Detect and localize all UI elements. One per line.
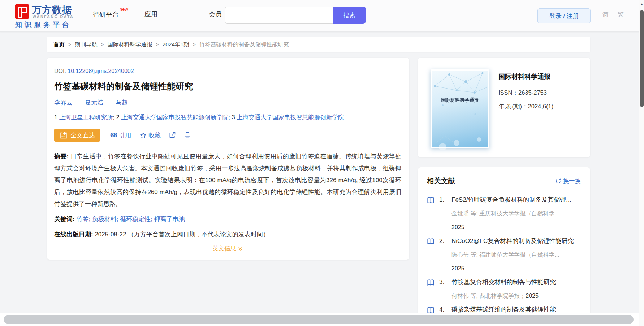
doi-row: DOI: 10.12208/j.ijms.20240002 — [54, 67, 401, 76]
related-item-source: 陈心莹 等; 福建师范大学学报（自然科学... — [451, 248, 581, 262]
brand-name-en: WANFANG DATA — [33, 14, 74, 19]
related-item-year: 2025 — [451, 220, 581, 234]
journal-cover[interactable]: 国际材料科学通报 — [431, 69, 489, 148]
favorite-button[interactable]: 收藏 — [140, 131, 161, 140]
nav-member[interactable]: 会员 — [209, 10, 222, 18]
quote-icon: 66 — [110, 131, 117, 139]
keyword-link[interactable]: 锂离子电池 — [154, 216, 185, 223]
brand-tagline: 知识服务平台 — [15, 20, 72, 30]
abstract-text: 日常生活中，竹签在餐饮行业中随处可见且使用量庞大，如何合理利用使用后的废旧竹签迫… — [54, 153, 401, 207]
print-button[interactable] — [184, 132, 191, 139]
keyword-link[interactable]: 竹签 — [76, 216, 92, 223]
doi-link[interactable]: 10.12208/j.ijms.20240002 — [68, 68, 134, 74]
affiliation: 2.上海交通大学国家电投智慧能源创新学院 — [116, 114, 232, 120]
favorite-label: 收藏 — [148, 131, 161, 140]
double-chevron-down-icon — [238, 246, 243, 252]
book-icon — [427, 275, 436, 288]
volume-value: 2024,6(1) — [528, 103, 554, 110]
affiliation-link[interactable]: 上海交通大学国家电投智慧能源创新学院 — [121, 114, 228, 120]
related-header: 相关文献 换一换 — [427, 176, 581, 186]
scroll-up-arrow-icon[interactable]: ▲ — [639, 2, 644, 6]
journal-volume: 年,卷(期)：2024,6(1) — [498, 103, 553, 111]
share-button[interactable] — [169, 132, 176, 139]
related-item: 3. 竹筷基复合相变材料的制备与性能研究 何林韩 等; 西北林学院学报；2025 — [427, 275, 581, 303]
fulltext-button[interactable]: free 全文直达 — [54, 129, 100, 142]
pubdate-row: 在线出版日期: 2025-08-22 （万方平台首次上网日期，不代表论文的发表时… — [54, 228, 401, 240]
affiliation-number: 1. — [54, 114, 59, 120]
lang-simplified[interactable]: 简 — [602, 10, 609, 19]
login-register-button[interactable]: 登录 / 注册 — [537, 8, 591, 23]
related-list: 1. FeS2/竹叶碳复合负极材料的制备及其储锂... 金姚瑶 等; 重庆科技大… — [427, 193, 581, 317]
article-title: 竹签基碳材料的制备及储锂性能研究 — [54, 80, 401, 93]
related-item-source: 何林韩 等; 西北林学院学报；2025 — [451, 289, 581, 303]
journal-card: 国际材料科学通报 国际材料科学通报 ISSN：2635-2753 年,卷(期)：… — [418, 58, 590, 157]
book-icon — [427, 193, 436, 205]
affiliation: 1.上海卫星工程研究所 — [54, 114, 116, 120]
related-item: 2. NiCoO2@FC复合材料的制备及储锂性能研究 陈心莹 等; 福建师范大学… — [427, 234, 581, 275]
language-switch: 简 繁 — [602, 10, 624, 19]
issn-label: ISSN： — [498, 89, 518, 96]
nav-applications[interactable]: 应用 — [144, 10, 157, 18]
nav-zhiyan-platform[interactable]: 智研平台new — [93, 10, 128, 19]
vertical-scrollbar-thumb[interactable] — [640, 10, 644, 107]
english-info-toggle[interactable]: 英文信息 — [54, 245, 401, 253]
article-actions: free 全文直达 66 引用 收藏 — [54, 129, 401, 142]
breadcrumb-separator: > — [101, 42, 104, 47]
search-button[interactable]: 搜索 — [333, 7, 366, 24]
related-literature-card: 相关文献 换一换 1. FeS2/竹叶碳复合负极材料的制备及其储锂... 金姚瑶… — [418, 167, 590, 326]
wanfang-logo[interactable]: 万方数据 WANFANG DATA 知识服务平台 — [15, 4, 87, 29]
abstract: 摘要: 日常生活中，竹签在餐饮行业中随处可见且使用量庞大，如何合理利用使用后的废… — [54, 150, 401, 210]
affiliation-link[interactable]: 上海卫星工程研究所 — [59, 114, 113, 120]
doi-label: DOI: — [54, 68, 66, 74]
pubdate-note: （万方平台首次上网日期，不代表论文的发表时间） — [128, 231, 269, 238]
breadcrumb-separator: > — [68, 42, 71, 47]
breadcrumb-journal[interactable]: 国际材料科学通报 — [107, 41, 152, 48]
page: 万方数据 WANFANG DATA 知识服务平台 智研平台new 应用 会员 搜… — [0, 0, 644, 326]
refresh-related-button[interactable]: 换一换 — [555, 177, 581, 185]
keyword-link[interactable]: 负极材料 — [92, 216, 120, 223]
related-item-number: 3. — [439, 275, 451, 289]
pubdate-value: 2025-08-22 — [95, 231, 126, 238]
new-badge: new — [120, 7, 128, 12]
nav-zhiyan-label: 智研平台 — [93, 11, 119, 18]
journal-title-link[interactable]: 国际材料科学通报 — [498, 72, 553, 81]
horizontal-scrollbar[interactable] — [0, 313, 644, 326]
related-item-year: 2025 — [526, 293, 539, 299]
horizontal-scrollbar-thumb[interactable] — [4, 315, 634, 324]
keywords-label: 关键词: — [54, 216, 75, 223]
search-input[interactable] — [225, 7, 333, 24]
breadcrumb-issue[interactable]: 2024年1期 — [163, 41, 189, 48]
volume-label: 年,卷(期)： — [498, 103, 528, 110]
breadcrumb-separator: > — [193, 42, 196, 47]
keywords-row: 关键词: 竹签负极材料循环稳定性锂离子电池 — [54, 213, 401, 225]
svg-text:free: free — [61, 136, 65, 138]
related-item-title[interactable]: 竹筷基复合相变材料的制备与性能研究 — [451, 275, 581, 289]
related-item-title[interactable]: NiCoO2@FC复合材料的制备及储锂性能研究 — [451, 234, 581, 248]
affiliation-number: 2. — [116, 114, 121, 120]
related-item-year: 2025 — [451, 262, 581, 275]
wanfang-logo-icon — [15, 4, 29, 19]
affiliation: 3.上海交通大学国家电投智慧能源创新学院 — [232, 114, 344, 120]
book-icon — [427, 234, 436, 246]
cite-button[interactable]: 66 引用 — [110, 131, 131, 140]
lang-divider — [613, 12, 613, 18]
star-icon — [140, 132, 147, 139]
keyword-link[interactable]: 循环稳定性 — [120, 216, 154, 223]
breadcrumb-home[interactable]: 首页 — [53, 41, 65, 48]
related-heading: 相关文献 — [427, 176, 455, 186]
print-icon — [184, 132, 191, 139]
author-link[interactable]: 马超 — [116, 98, 128, 107]
author-link[interactable]: 李霁云 — [54, 98, 73, 107]
vertical-scrollbar[interactable]: ▲ — [639, 0, 644, 326]
lang-traditional[interactable]: 繁 — [618, 10, 624, 19]
related-item-number: 2. — [439, 234, 451, 248]
journal-cover-title: 国际材料科学通报 — [432, 97, 488, 103]
search-box: 搜索 — [225, 7, 366, 24]
refresh-icon — [555, 178, 561, 184]
breadcrumb-journal-nav[interactable]: 期刊导航 — [75, 41, 97, 48]
related-item-title[interactable]: FeS2/竹叶碳复合负极材料的制备及其储锂... — [451, 193, 581, 207]
journal-info: 国际材料科学通报 ISSN：2635-2753 年,卷(期)：2024,6(1) — [498, 72, 553, 111]
related-item-source: 金姚瑶 等; 重庆科技大学学报（自然科学... — [451, 207, 581, 220]
author-link[interactable]: 夏元浩 — [85, 98, 103, 107]
affiliation-link[interactable]: 上海交通大学国家电投智慧能源创新学院 — [237, 114, 344, 120]
